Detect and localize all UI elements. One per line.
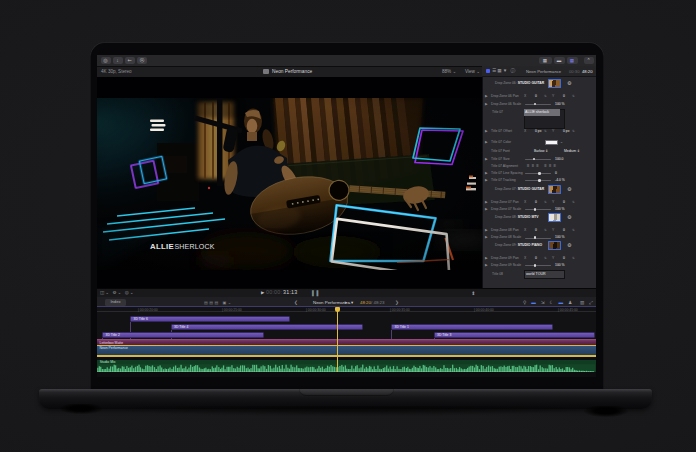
svg-text:Studio Mix: Studio Mix [100,360,116,364]
